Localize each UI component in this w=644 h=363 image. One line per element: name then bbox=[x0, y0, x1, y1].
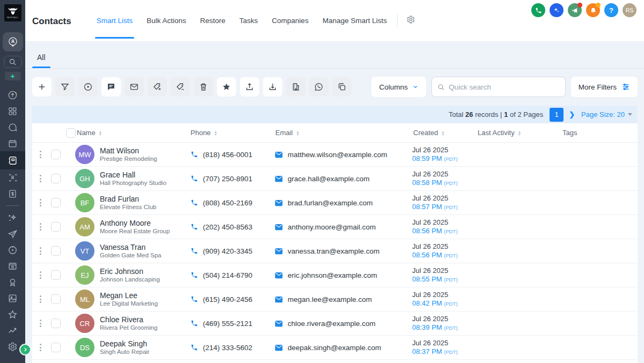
sort-icon[interactable]: ▲▼ bbox=[99, 130, 102, 136]
sidebar-item-search[interactable] bbox=[4, 56, 22, 68]
more-filters-button[interactable]: More Filters bbox=[571, 77, 638, 97]
row-menu-icon[interactable] bbox=[40, 151, 41, 158]
contact-name[interactable]: Deepak Singh bbox=[100, 339, 150, 348]
send-sms-button[interactable] bbox=[101, 77, 121, 97]
sidebar-item-payments[interactable] bbox=[0, 186, 25, 202]
sidebar-expand-button[interactable] bbox=[19, 344, 31, 355]
filter-button[interactable] bbox=[55, 77, 75, 97]
column-header-created[interactable]: Created▲▼ bbox=[407, 129, 467, 137]
row-menu-icon[interactable] bbox=[40, 344, 41, 351]
column-header-email[interactable]: Email▲▼ bbox=[270, 129, 407, 137]
contact-email[interactable]: grace.hall@example.com bbox=[288, 175, 370, 183]
add-contact-button[interactable] bbox=[32, 77, 52, 97]
help-button[interactable]: ? bbox=[604, 3, 618, 17]
table-row[interactable]: CR Chloe Rivera Rivera Pet Grooming (469… bbox=[32, 312, 638, 336]
export-button[interactable] bbox=[240, 77, 259, 97]
sidebar-item-media[interactable] bbox=[0, 290, 25, 306]
delete-button[interactable] bbox=[194, 77, 213, 97]
contact-name[interactable]: Matt Wilson bbox=[100, 146, 157, 155]
phone-button[interactable] bbox=[531, 3, 545, 17]
tab-companies[interactable]: Companies bbox=[265, 0, 316, 41]
contact-name[interactable]: Chloe Rivera bbox=[100, 315, 157, 324]
sidebar-item-ai-agents[interactable] bbox=[0, 210, 25, 226]
sidebar-item-reputation[interactable] bbox=[0, 306, 25, 322]
start-automation-button[interactable] bbox=[78, 77, 98, 97]
column-header-phone[interactable]: Phone▲▼ bbox=[184, 129, 270, 137]
contact-phone[interactable]: (504) 214-6790 bbox=[203, 271, 252, 279]
tab-manage-smart-lists[interactable]: Manage Smart Lists bbox=[316, 0, 394, 41]
tab-restore[interactable]: Restore bbox=[193, 0, 232, 41]
tab-smart-lists[interactable]: Smart Lists bbox=[90, 0, 140, 41]
table-row[interactable]: GH Grace Hall Hall Photography Studio (7… bbox=[32, 167, 638, 191]
row-checkbox[interactable] bbox=[51, 222, 61, 232]
row-menu-icon[interactable] bbox=[40, 320, 41, 327]
table-row[interactable]: EJ Eric Johnson Johnson Landscaping (504… bbox=[32, 263, 638, 287]
contact-phone[interactable]: (808) 450-2169 bbox=[203, 199, 252, 207]
sort-icon[interactable]: ▲▼ bbox=[441, 130, 444, 136]
next-page-button[interactable]: ❯ bbox=[569, 110, 575, 118]
table-row[interactable]: MW Matt Wilson Prestige Remodeling (818)… bbox=[32, 143, 638, 167]
column-header-last-activity[interactable]: Last Activity▲▼ bbox=[467, 129, 555, 137]
contact-name[interactable]: Vanessa Tran bbox=[100, 243, 161, 251]
ai-assistant-button[interactable] bbox=[550, 3, 564, 17]
contact-phone[interactable]: (707) 250-8901 bbox=[203, 175, 252, 183]
contact-phone[interactable]: (818) 456-0001 bbox=[203, 151, 252, 159]
sidebar-item-opportunities[interactable] bbox=[0, 169, 25, 186]
send-email-button[interactable] bbox=[125, 77, 144, 97]
remove-tag-button[interactable] bbox=[171, 77, 190, 97]
row-menu-icon[interactable] bbox=[40, 175, 41, 182]
sidebar-item-calendars[interactable] bbox=[0, 135, 25, 151]
row-checkbox[interactable] bbox=[51, 174, 61, 183]
sort-icon[interactable]: ▲▼ bbox=[296, 130, 299, 136]
contact-name[interactable]: Grace Hall bbox=[100, 171, 166, 179]
sidebar-item-marketing[interactable] bbox=[0, 226, 25, 242]
column-header-name[interactable]: Name▲▼ bbox=[69, 129, 184, 137]
row-checkbox[interactable] bbox=[51, 150, 61, 159]
sort-icon[interactable]: ▲▼ bbox=[518, 130, 521, 136]
contact-name[interactable]: Megan Lee bbox=[100, 291, 158, 300]
contact-phone[interactable]: (214) 333-5602 bbox=[203, 344, 252, 352]
contact-email[interactable]: megan.lee@example.com bbox=[288, 295, 372, 303]
page-size-select[interactable]: Page Size: 20 bbox=[581, 110, 632, 118]
row-checkbox[interactable] bbox=[51, 343, 61, 352]
add-to-company-button[interactable] bbox=[286, 77, 305, 97]
row-checkbox[interactable] bbox=[51, 198, 61, 208]
contact-phone[interactable]: (202) 450-8563 bbox=[203, 223, 252, 231]
contact-email[interactable]: matthew.wilson@example.com bbox=[288, 151, 387, 159]
table-row[interactable]: VT Vanessa Tran Golden Gate Med Spa (909… bbox=[32, 239, 638, 263]
sidebar-item-dashboard[interactable] bbox=[0, 103, 25, 119]
page-number-button[interactable]: 1 bbox=[550, 108, 564, 122]
sidebar-item-sites[interactable] bbox=[0, 258, 25, 274]
contact-email[interactable]: brad.furlan@example.com bbox=[288, 199, 373, 207]
notifications-button[interactable] bbox=[586, 3, 600, 17]
brand-logo[interactable]: PROFITBULL bbox=[4, 4, 21, 21]
sidebar-item-ai-spark[interactable] bbox=[5, 72, 21, 80]
add-tag-button[interactable] bbox=[148, 77, 167, 97]
smartlist-tab-all[interactable]: All bbox=[32, 53, 50, 68]
contact-phone[interactable]: (909) 420-3345 bbox=[203, 247, 252, 255]
contact-phone[interactable]: (615) 490-2456 bbox=[203, 295, 252, 303]
table-row[interactable]: ML Megan Lee Lee Digital Marketing (615)… bbox=[32, 287, 638, 312]
contacts-settings-gear-icon[interactable] bbox=[406, 15, 415, 26]
favorite-button[interactable] bbox=[217, 77, 236, 97]
columns-button[interactable]: Columns bbox=[371, 77, 426, 97]
row-menu-icon[interactable] bbox=[40, 295, 41, 303]
tab-tasks[interactable]: Tasks bbox=[232, 0, 265, 41]
contact-name[interactable]: Anthony Moore bbox=[100, 219, 170, 227]
contact-phone[interactable]: (469) 555-2121 bbox=[203, 320, 252, 328]
contact-email[interactable]: deepak.singh@example.com bbox=[288, 344, 381, 352]
merge-button[interactable] bbox=[332, 77, 352, 97]
sidebar-item-memberships[interactable] bbox=[0, 274, 25, 290]
contact-name[interactable]: Brad Furlan bbox=[100, 195, 156, 203]
row-checkbox[interactable] bbox=[51, 318, 61, 328]
row-menu-icon[interactable] bbox=[40, 223, 41, 231]
row-menu-icon[interactable] bbox=[40, 247, 41, 255]
contact-email[interactable]: eric.johnson@example.com bbox=[288, 271, 377, 279]
whatsapp-button[interactable] bbox=[309, 77, 328, 97]
contact-email[interactable]: vanessa.tran@example.com bbox=[288, 247, 379, 255]
sidebar-item-conversations[interactable] bbox=[0, 119, 25, 135]
contact-email[interactable]: anthony.moore@gmail.com bbox=[288, 223, 376, 231]
sidebar-item-contact-pin[interactable] bbox=[3, 32, 23, 51]
user-avatar[interactable]: RS bbox=[623, 3, 636, 17]
table-row[interactable]: BF Brad Furlan Elevate Fitness Club (808… bbox=[32, 191, 638, 215]
